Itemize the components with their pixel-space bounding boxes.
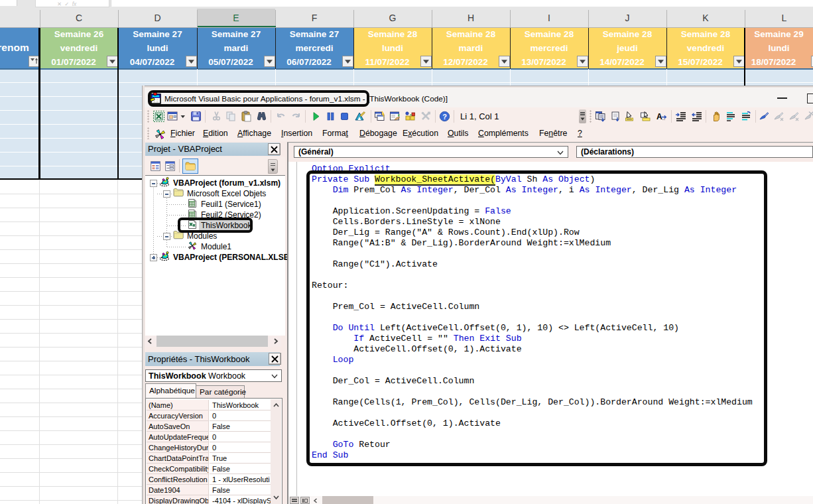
svg-text:A: A (657, 112, 662, 121)
svg-text:?: ? (442, 113, 447, 121)
